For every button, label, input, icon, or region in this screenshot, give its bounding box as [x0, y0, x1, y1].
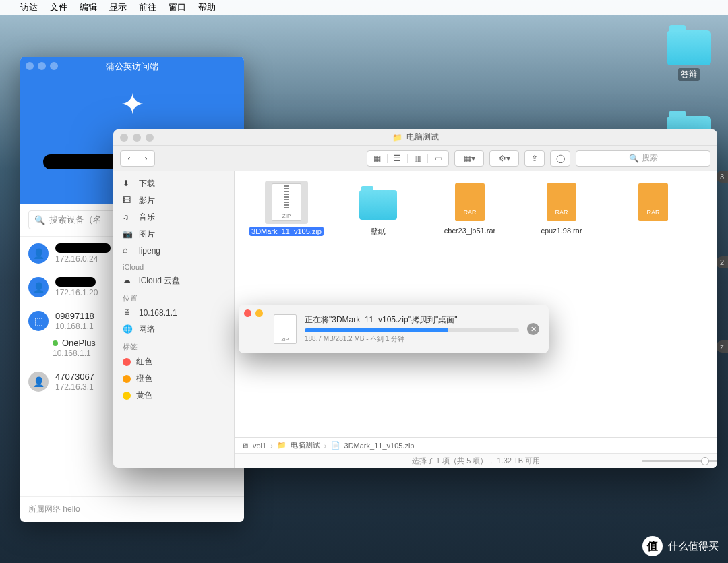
traffic-lights[interactable]: [244, 309, 263, 317]
path-segment[interactable]: 3DMark_11_v105.zip: [344, 442, 415, 450]
nav-buttons[interactable]: ‹›: [120, 150, 155, 167]
sidebar-tag-yellow[interactable]: 黄色: [113, 387, 234, 404]
side-badge: z: [716, 340, 728, 353]
music-icon: ♫: [123, 212, 133, 223]
menu-edit[interactable]: 编辑: [80, 1, 97, 13]
file-item[interactable]: 壁纸: [334, 181, 422, 237]
action-button[interactable]: ⚙▾: [489, 150, 519, 167]
sidebar-section-tags: 标签: [113, 338, 234, 353]
sidebar-server[interactable]: 🖥10.168.1.1: [113, 305, 234, 321]
file-icon: 📄: [331, 441, 340, 450]
copy-subtitle: 188.7 MB/281.2 MB - 不到 1 分钟: [305, 334, 519, 344]
view-switcher[interactable]: ▦☰▥▭: [367, 150, 449, 167]
tag-icon: ◯: [556, 154, 565, 163]
cloud-icon: ☁: [123, 276, 133, 287]
menu-file[interactable]: 文件: [50, 1, 67, 13]
status-bar: 选择了 1 项（共 5 项）， 1.32 TB 可用: [235, 453, 717, 468]
progress-fill: [305, 328, 448, 332]
file-item[interactable]: [609, 181, 697, 237]
file-name: cpuz1.98.rar: [541, 227, 582, 235]
zip-icon: [272, 183, 301, 221]
sidebar-icloud[interactable]: ☁iCloud 云盘: [113, 272, 234, 289]
gallery-view-icon: ▭: [428, 154, 448, 163]
sidebar-network[interactable]: 🌐网络: [113, 321, 234, 338]
path-bar: 🖥 vol1› 📁 电脑测试› 📄 3DMark_11_v105.zip: [235, 437, 717, 453]
sidebar-tag-red[interactable]: 红色: [113, 353, 234, 370]
copy-title: 正在将"3DMark_11_v105.zip"拷贝到"桌面": [305, 314, 519, 326]
disk-icon: 🖥: [123, 307, 133, 318]
search-icon: 🔍: [34, 215, 45, 225]
window-title: 电脑测试: [406, 131, 439, 143]
path-segment[interactable]: vol1: [253, 442, 266, 450]
path-segment[interactable]: 电脑测试: [291, 440, 320, 450]
folder-icon: [359, 190, 397, 220]
sidebar-music[interactable]: ♫音乐: [113, 209, 234, 226]
avatar-icon: 👤: [28, 372, 49, 392]
list-view-icon: ☰: [388, 154, 408, 163]
menu-go[interactable]: 前往: [139, 1, 156, 13]
file-item[interactable]: 3DMark_11_v105.zip: [243, 181, 330, 237]
tag-button[interactable]: ◯: [550, 150, 570, 167]
icon-view-icon: ▦: [367, 154, 388, 163]
desktop: 访达 文件 编辑 显示 前往 窗口 帮助 答辩 3 2 z 蒲公英访问端 ✦ 🔍…: [0, 0, 728, 563]
file-name: cbcr23_jb51.rar: [444, 227, 495, 235]
finder-sidebar: ⬇下载 🎞影片 ♫音乐 📷图片 ⌂lipeng iCloud ☁iCloud 云…: [113, 171, 235, 468]
sidebar-downloads[interactable]: ⬇下载: [113, 175, 234, 192]
share-button[interactable]: ⇪: [524, 150, 545, 167]
sidebar-home[interactable]: ⌂lipeng: [113, 243, 234, 259]
disk-icon: 🖥: [241, 442, 249, 450]
tag-dot-icon: [123, 392, 131, 400]
sidebar-tag-orange[interactable]: 橙色: [113, 370, 234, 387]
desktop-folder[interactable]: 答辩: [662, 30, 716, 81]
folder-icon: 📁: [277, 441, 286, 450]
finder-window: 📁电脑测试 ‹› ▦☰▥▭ ▦▾ ⚙▾ ⇪ ◯ 🔍搜索 ⬇下载 🎞影片 ♫音乐 …: [113, 129, 717, 468]
desktop-folder-label: 答辩: [678, 68, 700, 81]
icon-size-slider[interactable]: [642, 457, 709, 465]
copy-progress-dialog: 正在将"3DMark_11_v105.zip"拷贝到"桌面" 188.7 MB/…: [239, 305, 549, 353]
progress-bar: [305, 328, 519, 332]
watermark: 值 什么值得买: [642, 536, 719, 556]
grid-icon: ▦▾: [464, 154, 475, 163]
sidebar-pictures[interactable]: 📷图片: [113, 226, 234, 243]
avatar-icon: 👤: [28, 277, 49, 297]
side-badge: 3: [716, 171, 728, 183]
search-field[interactable]: 🔍搜索: [576, 150, 710, 167]
pgy-footer: 所属网络 hello: [20, 496, 244, 522]
traffic-lights[interactable]: [120, 134, 154, 142]
photo-icon: 📷: [123, 229, 133, 240]
menu-window[interactable]: 窗口: [169, 1, 186, 13]
home-icon: ⌂: [123, 245, 133, 256]
router-icon: ⬚: [28, 311, 49, 331]
sidebar-section-icloud: iCloud: [113, 259, 234, 272]
share-icon: ⇪: [531, 154, 538, 163]
menu-help[interactable]: 帮助: [198, 1, 216, 13]
finder-titlebar: 📁电脑测试: [113, 129, 717, 146]
pgy-title: 蒲公英访问端: [20, 61, 244, 73]
film-icon: 🎞: [123, 196, 133, 206]
tag-dot-icon: [123, 358, 131, 366]
search-placeholder: 搜索设备（名: [49, 214, 102, 226]
arrange-button[interactable]: ▦▾: [454, 150, 484, 167]
rar-icon: [638, 183, 668, 221]
menu-finder[interactable]: 访达: [20, 1, 38, 13]
avatar-icon: 👤: [28, 243, 49, 264]
star-icon: ✦: [121, 88, 144, 121]
file-item[interactable]: cbcr23_jb51.rar: [426, 181, 514, 237]
sidebar-movies[interactable]: 🎞影片: [113, 192, 234, 209]
back-icon: ‹: [121, 154, 138, 163]
file-grid[interactable]: 3DMark_11_v105.zip 壁纸 cbcr23_jb51.rar cp…: [235, 171, 717, 437]
watermark-text: 什么值得买: [668, 540, 719, 553]
forward-icon: ›: [138, 154, 154, 163]
finder-toolbar: ‹› ▦☰▥▭ ▦▾ ⚙▾ ⇪ ◯ 🔍搜索: [113, 146, 717, 171]
file-item[interactable]: cpuz1.98.rar: [518, 181, 605, 237]
file-name: 3DMark_11_v105.zip: [249, 227, 324, 236]
download-icon: ⬇: [123, 179, 133, 189]
folder-icon: [667, 30, 711, 65]
search-icon: 🔍: [629, 154, 639, 163]
folder-icon: 📁: [392, 133, 402, 142]
tag-dot-icon: [123, 375, 131, 383]
menubar: 访达 文件 编辑 显示 前往 窗口 帮助: [0, 0, 728, 15]
sidebar-section-locations: 位置: [113, 289, 234, 305]
menu-view[interactable]: 显示: [109, 1, 127, 13]
cancel-button[interactable]: ✕: [527, 323, 539, 335]
